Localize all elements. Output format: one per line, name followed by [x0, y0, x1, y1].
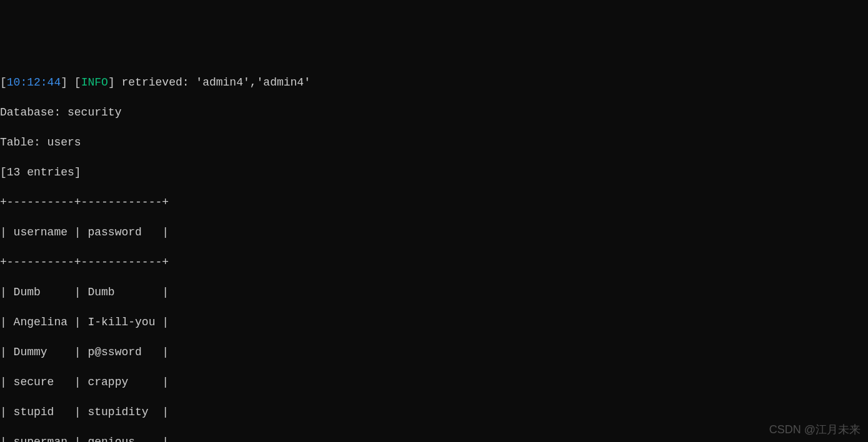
watermark: CSDN @江月未来: [769, 422, 861, 437]
table-row: | Dummy | p@ssword |: [0, 345, 868, 360]
timestamp: 10:12:44: [7, 76, 61, 89]
log-line-retrieved: [10:12:44] [INFO] retrieved: 'admin4','a…: [0, 75, 868, 90]
table-border-top: +----------+------------+: [0, 195, 868, 210]
table-row: | stupid | stupidity |: [0, 405, 868, 420]
log-message: retrieved: 'admin4','admin4': [122, 76, 311, 89]
table-header: | username | password |: [0, 225, 868, 240]
log-level: INFO: [81, 76, 108, 89]
terminal-output: [10:12:44] [INFO] retrieved: 'admin4','a…: [0, 60, 868, 442]
entries-label: [13 entries]: [0, 165, 868, 180]
table-row: | secure | crappy |: [0, 375, 868, 390]
table-row: | Dumb | Dumb |: [0, 285, 868, 300]
table-row: | Angelina | I-kill-you |: [0, 315, 868, 330]
table-row: | superman | genious |: [0, 435, 868, 442]
table-label: Table: users: [0, 135, 868, 150]
table-border-mid: +----------+------------+: [0, 255, 868, 270]
database-label: Database: security: [0, 105, 868, 120]
